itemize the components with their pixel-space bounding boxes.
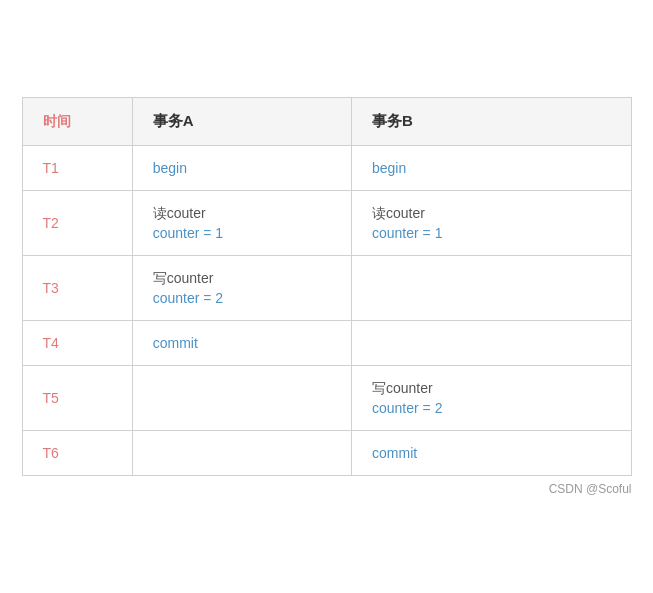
table-row: T1beginbegin bbox=[23, 146, 631, 191]
cell-text: commit bbox=[372, 445, 417, 461]
transaction-table-wrapper: 时间 事务A 事务B T1beginbeginT2读coutercounter … bbox=[22, 97, 632, 476]
cell-content: 写countercounter = 2 bbox=[372, 380, 610, 416]
table-header-row: 时间 事务A 事务B bbox=[23, 98, 631, 146]
cell-tx-b: 读coutercounter = 1 bbox=[352, 191, 631, 256]
cell-time: T3 bbox=[23, 256, 133, 321]
cell-text: commit bbox=[153, 335, 198, 351]
transaction-table: 时间 事务A 事务B T1beginbeginT2读coutercounter … bbox=[23, 98, 631, 475]
cell-tx-b: commit bbox=[352, 431, 631, 476]
cell-content: 读coutercounter = 1 bbox=[372, 205, 610, 241]
cell-line2: counter = 2 bbox=[372, 400, 610, 416]
cell-time: T6 bbox=[23, 431, 133, 476]
table-row: T3写countercounter = 2 bbox=[23, 256, 631, 321]
cell-line1: 写counter bbox=[372, 380, 610, 398]
cell-tx-b bbox=[352, 256, 631, 321]
cell-line1: 写counter bbox=[153, 270, 331, 288]
header-tx-a: 事务A bbox=[132, 98, 351, 146]
table-row: T2读coutercounter = 1读coutercounter = 1 bbox=[23, 191, 631, 256]
cell-time: T5 bbox=[23, 366, 133, 431]
table-row: T5写countercounter = 2 bbox=[23, 366, 631, 431]
cell-tx-b: begin bbox=[352, 146, 631, 191]
cell-line2: counter = 2 bbox=[153, 290, 331, 306]
cell-line1: 读couter bbox=[153, 205, 331, 223]
cell-content: 写countercounter = 2 bbox=[153, 270, 331, 306]
cell-line2: counter = 1 bbox=[153, 225, 331, 241]
header-tx-b: 事务B bbox=[352, 98, 631, 146]
header-time: 时间 bbox=[23, 98, 133, 146]
footer-credit: CSDN @Scoful bbox=[22, 482, 632, 496]
cell-time: T4 bbox=[23, 321, 133, 366]
cell-tx-b bbox=[352, 321, 631, 366]
cell-tx-a: commit bbox=[132, 321, 351, 366]
table-row: T6commit bbox=[23, 431, 631, 476]
table-row: T4commit bbox=[23, 321, 631, 366]
cell-time: T2 bbox=[23, 191, 133, 256]
cell-line1: 读couter bbox=[372, 205, 610, 223]
cell-content: 读coutercounter = 1 bbox=[153, 205, 331, 241]
cell-time: T1 bbox=[23, 146, 133, 191]
cell-tx-b: 写countercounter = 2 bbox=[352, 366, 631, 431]
cell-tx-a: 读coutercounter = 1 bbox=[132, 191, 351, 256]
cell-text: begin bbox=[372, 160, 406, 176]
cell-line2: counter = 1 bbox=[372, 225, 610, 241]
cell-tx-a: begin bbox=[132, 146, 351, 191]
cell-tx-a bbox=[132, 366, 351, 431]
cell-tx-a bbox=[132, 431, 351, 476]
cell-text: begin bbox=[153, 160, 187, 176]
cell-tx-a: 写countercounter = 2 bbox=[132, 256, 351, 321]
